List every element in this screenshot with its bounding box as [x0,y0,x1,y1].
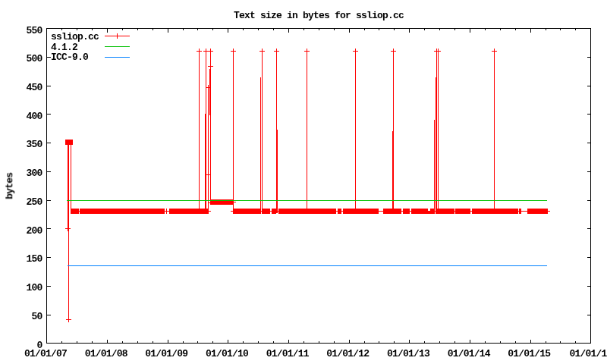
svg-text:01/01/07: 01/01/07 [24,348,67,359]
svg-text:100: 100 [27,282,43,293]
svg-text:01/01/11: 01/01/11 [266,348,310,359]
svg-text:01/01/09: 01/01/09 [145,348,188,359]
svg-text:ICC-9.0: ICC-9.0 [51,52,89,63]
svg-text:bytes: bytes [4,172,15,199]
svg-text:01/01/16: 01/01/16 [569,348,607,359]
svg-text:350: 350 [27,139,43,150]
svg-text:50: 50 [32,311,43,322]
svg-text:01/01/10: 01/01/10 [206,348,249,359]
svg-text:01/01/15: 01/01/15 [508,348,551,359]
svg-text:01/01/12: 01/01/12 [326,348,370,359]
svg-text:01/01/14: 01/01/14 [448,348,491,359]
svg-text:ssliop.cc: ssliop.cc [51,31,99,42]
svg-text:200: 200 [27,225,43,237]
svg-text:450: 450 [27,82,43,93]
svg-text:Text size in bytes for ssliop.: Text size in bytes for ssliop.cc [234,10,404,21]
svg-text:01/01/08: 01/01/08 [85,348,128,359]
svg-text:400: 400 [27,111,43,122]
svg-text:500: 500 [27,53,43,64]
svg-text:250: 250 [27,196,43,208]
svg-text:01/01/13: 01/01/13 [387,348,430,359]
svg-text:150: 150 [27,253,43,265]
svg-text:550: 550 [27,25,43,36]
svg-text:300: 300 [27,168,43,179]
